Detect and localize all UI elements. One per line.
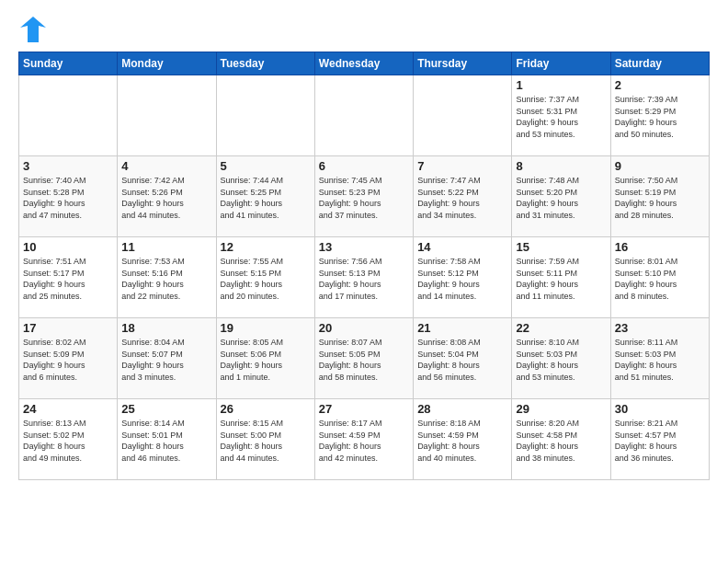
weekday-header-monday: Monday bbox=[118, 52, 216, 75]
day-cell: 5Sunrise: 7:44 AM Sunset: 5:25 PM Daylig… bbox=[216, 156, 314, 237]
day-info: Sunrise: 7:59 AM Sunset: 5:11 PM Dayligh… bbox=[516, 256, 606, 302]
day-cell: 15Sunrise: 7:59 AM Sunset: 5:11 PM Dayli… bbox=[512, 237, 610, 318]
day-cell: 3Sunrise: 7:40 AM Sunset: 5:28 PM Daylig… bbox=[19, 156, 118, 237]
logo-bird-icon bbox=[20, 15, 46, 44]
day-number: 4 bbox=[121, 159, 211, 173]
day-number: 5 bbox=[221, 159, 311, 173]
day-number: 27 bbox=[319, 402, 409, 416]
day-cell: 21Sunrise: 8:08 AM Sunset: 5:04 PM Dayli… bbox=[414, 318, 512, 399]
day-info: Sunrise: 7:37 AM Sunset: 5:31 PM Dayligh… bbox=[516, 94, 606, 140]
day-info: Sunrise: 8:18 AM Sunset: 4:59 PM Dayligh… bbox=[417, 418, 507, 464]
day-cell: 13Sunrise: 7:56 AM Sunset: 5:13 PM Dayli… bbox=[314, 237, 413, 318]
day-cell: 11Sunrise: 7:53 AM Sunset: 5:16 PM Dayli… bbox=[118, 237, 216, 318]
day-cell: 30Sunrise: 8:21 AM Sunset: 4:57 PM Dayli… bbox=[610, 399, 709, 480]
day-number: 12 bbox=[221, 240, 311, 254]
day-info: Sunrise: 8:08 AM Sunset: 5:04 PM Dayligh… bbox=[417, 337, 507, 383]
day-info: Sunrise: 7:39 AM Sunset: 5:29 PM Dayligh… bbox=[615, 94, 705, 140]
day-cell: 14Sunrise: 7:58 AM Sunset: 5:12 PM Dayli… bbox=[414, 237, 512, 318]
day-number: 9 bbox=[615, 159, 705, 173]
day-number: 13 bbox=[319, 240, 409, 254]
day-cell bbox=[414, 75, 512, 156]
calendar-table: SundayMondayTuesdayWednesdayThursdayFrid… bbox=[18, 52, 710, 480]
day-info: Sunrise: 8:10 AM Sunset: 5:03 PM Dayligh… bbox=[516, 337, 606, 383]
day-info: Sunrise: 7:56 AM Sunset: 5:13 PM Dayligh… bbox=[319, 256, 409, 302]
weekday-row: SundayMondayTuesdayWednesdayThursdayFrid… bbox=[19, 52, 710, 75]
day-number: 21 bbox=[417, 321, 507, 335]
day-cell: 16Sunrise: 8:01 AM Sunset: 5:10 PM Dayli… bbox=[610, 237, 709, 318]
weekday-header-saturday: Saturday bbox=[610, 52, 709, 75]
day-number: 16 bbox=[615, 240, 705, 254]
day-cell: 17Sunrise: 8:02 AM Sunset: 5:09 PM Dayli… bbox=[19, 318, 118, 399]
day-cell bbox=[216, 75, 314, 156]
day-cell: 9Sunrise: 7:50 AM Sunset: 5:19 PM Daylig… bbox=[610, 156, 709, 237]
day-info: Sunrise: 8:11 AM Sunset: 5:03 PM Dayligh… bbox=[615, 337, 705, 383]
day-info: Sunrise: 7:40 AM Sunset: 5:28 PM Dayligh… bbox=[23, 175, 113, 221]
day-cell: 10Sunrise: 7:51 AM Sunset: 5:17 PM Dayli… bbox=[19, 237, 118, 318]
day-number: 24 bbox=[23, 402, 113, 416]
weekday-header-tuesday: Tuesday bbox=[216, 52, 314, 75]
day-cell: 28Sunrise: 8:18 AM Sunset: 4:59 PM Dayli… bbox=[414, 399, 512, 480]
day-info: Sunrise: 7:50 AM Sunset: 5:19 PM Dayligh… bbox=[615, 175, 705, 221]
logo bbox=[18, 15, 46, 44]
day-number: 3 bbox=[23, 159, 113, 173]
weekday-header-wednesday: Wednesday bbox=[314, 52, 413, 75]
day-cell: 2Sunrise: 7:39 AM Sunset: 5:29 PM Daylig… bbox=[610, 75, 709, 156]
day-info: Sunrise: 7:53 AM Sunset: 5:16 PM Dayligh… bbox=[121, 256, 211, 302]
weekday-header-sunday: Sunday bbox=[19, 52, 118, 75]
day-info: Sunrise: 8:13 AM Sunset: 5:02 PM Dayligh… bbox=[23, 418, 113, 464]
weekday-header-thursday: Thursday bbox=[414, 52, 512, 75]
day-number: 1 bbox=[516, 78, 606, 92]
day-info: Sunrise: 8:04 AM Sunset: 5:07 PM Dayligh… bbox=[121, 337, 211, 383]
day-cell: 22Sunrise: 8:10 AM Sunset: 5:03 PM Dayli… bbox=[512, 318, 610, 399]
day-info: Sunrise: 7:45 AM Sunset: 5:23 PM Dayligh… bbox=[319, 175, 409, 221]
day-cell: 29Sunrise: 8:20 AM Sunset: 4:58 PM Dayli… bbox=[512, 399, 610, 480]
day-number: 30 bbox=[615, 402, 705, 416]
day-number: 2 bbox=[615, 78, 705, 92]
day-number: 10 bbox=[23, 240, 113, 254]
day-info: Sunrise: 7:48 AM Sunset: 5:20 PM Dayligh… bbox=[516, 175, 606, 221]
day-cell: 7Sunrise: 7:47 AM Sunset: 5:22 PM Daylig… bbox=[414, 156, 512, 237]
day-number: 7 bbox=[417, 159, 507, 173]
day-cell bbox=[118, 75, 216, 156]
day-info: Sunrise: 7:51 AM Sunset: 5:17 PM Dayligh… bbox=[23, 256, 113, 302]
day-number: 14 bbox=[417, 240, 507, 254]
day-number: 6 bbox=[319, 159, 409, 173]
day-cell bbox=[314, 75, 413, 156]
day-cell: 19Sunrise: 8:05 AM Sunset: 5:06 PM Dayli… bbox=[216, 318, 314, 399]
day-number: 29 bbox=[516, 402, 606, 416]
day-number: 19 bbox=[221, 321, 311, 335]
day-info: Sunrise: 8:17 AM Sunset: 4:59 PM Dayligh… bbox=[319, 418, 409, 464]
day-number: 8 bbox=[516, 159, 606, 173]
day-info: Sunrise: 7:58 AM Sunset: 5:12 PM Dayligh… bbox=[417, 256, 507, 302]
day-info: Sunrise: 8:14 AM Sunset: 5:01 PM Dayligh… bbox=[121, 418, 211, 464]
day-number: 11 bbox=[121, 240, 211, 254]
day-number: 20 bbox=[319, 321, 409, 335]
day-number: 22 bbox=[516, 321, 606, 335]
weekday-header-friday: Friday bbox=[512, 52, 610, 75]
day-number: 15 bbox=[516, 240, 606, 254]
day-cell: 1Sunrise: 7:37 AM Sunset: 5:31 PM Daylig… bbox=[512, 75, 610, 156]
day-info: Sunrise: 7:42 AM Sunset: 5:26 PM Dayligh… bbox=[121, 175, 211, 221]
week-row-1: 1Sunrise: 7:37 AM Sunset: 5:31 PM Daylig… bbox=[19, 75, 710, 156]
day-number: 26 bbox=[221, 402, 311, 416]
day-info: Sunrise: 8:21 AM Sunset: 4:57 PM Dayligh… bbox=[615, 418, 705, 464]
day-info: Sunrise: 8:02 AM Sunset: 5:09 PM Dayligh… bbox=[23, 337, 113, 383]
day-info: Sunrise: 8:15 AM Sunset: 5:00 PM Dayligh… bbox=[221, 418, 311, 464]
calendar-body: 1Sunrise: 7:37 AM Sunset: 5:31 PM Daylig… bbox=[19, 75, 710, 480]
day-info: Sunrise: 7:44 AM Sunset: 5:25 PM Dayligh… bbox=[221, 175, 311, 221]
day-info: Sunrise: 7:55 AM Sunset: 5:15 PM Dayligh… bbox=[221, 256, 311, 302]
day-number: 28 bbox=[417, 402, 507, 416]
day-cell: 6Sunrise: 7:45 AM Sunset: 5:23 PM Daylig… bbox=[314, 156, 413, 237]
week-row-5: 24Sunrise: 8:13 AM Sunset: 5:02 PM Dayli… bbox=[19, 399, 710, 480]
day-number: 18 bbox=[121, 321, 211, 335]
day-number: 25 bbox=[121, 402, 211, 416]
day-cell: 12Sunrise: 7:55 AM Sunset: 5:15 PM Dayli… bbox=[216, 237, 314, 318]
day-number: 17 bbox=[23, 321, 113, 335]
day-cell: 24Sunrise: 8:13 AM Sunset: 5:02 PM Dayli… bbox=[19, 399, 118, 480]
week-row-3: 10Sunrise: 7:51 AM Sunset: 5:17 PM Dayli… bbox=[19, 237, 710, 318]
day-cell: 25Sunrise: 8:14 AM Sunset: 5:01 PM Dayli… bbox=[118, 399, 216, 480]
day-cell: 26Sunrise: 8:15 AM Sunset: 5:00 PM Dayli… bbox=[216, 399, 314, 480]
day-cell: 8Sunrise: 7:48 AM Sunset: 5:20 PM Daylig… bbox=[512, 156, 610, 237]
day-cell: 27Sunrise: 8:17 AM Sunset: 4:59 PM Dayli… bbox=[314, 399, 413, 480]
day-number: 23 bbox=[615, 321, 705, 335]
